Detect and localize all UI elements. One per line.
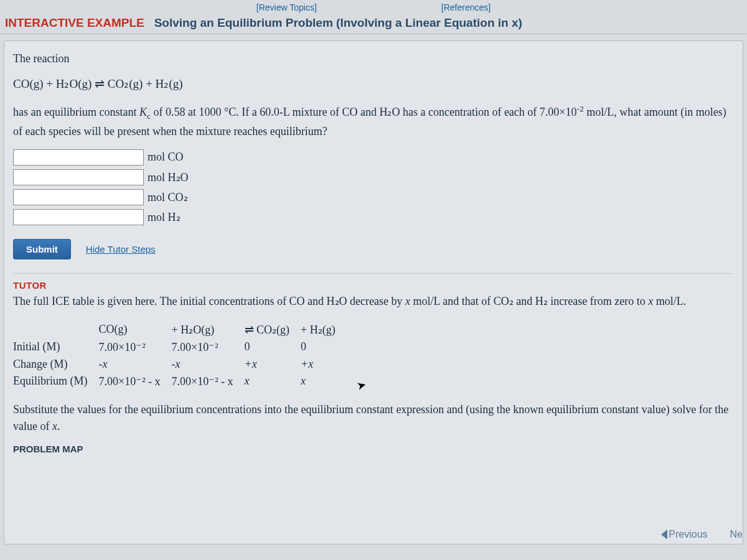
reaction-equation: CO(g) + H₂O(g) ⇌ CO₂(g) + H₂(g) (13, 77, 734, 91)
nav-footer: Previous Ne (661, 529, 743, 540)
ice-row-initial: Initial (M) 7.00×10⁻² 7.00×10⁻² 0 0 (13, 338, 347, 356)
problem-intro: The reaction (13, 50, 734, 68)
ice-col-h2: + H₂(g) (301, 321, 347, 338)
input-row-h2: mol H₂ (13, 209, 734, 225)
ice-col-h2o: + H₂O(g) (172, 321, 245, 338)
problem-map-header: PROBLEM MAP (13, 444, 734, 454)
input-mol-h2[interactable] (13, 209, 144, 225)
input-mol-co[interactable] (13, 149, 144, 166)
ice-table: CO(g) + H₂O(g) ⇌ CO₂(g) + H₂(g) Initial … (13, 321, 347, 390)
input-mol-h2o[interactable] (13, 169, 144, 185)
input-row-co: mol CO (13, 149, 734, 166)
ice-col-co2: ⇌ CO₂(g) (245, 321, 301, 338)
ice-header-row: CO(g) + H₂O(g) ⇌ CO₂(g) + H₂(g) (13, 321, 347, 338)
input-row-h2o: mol H₂O (13, 169, 734, 185)
action-row: Submit Hide Tutor Steps (13, 239, 734, 259)
label-mol-co: mol CO (148, 151, 184, 164)
main-panel: The reaction CO(g) + H₂O(g) ⇌ CO₂(g) + H… (4, 40, 743, 544)
top-links-bar: [Review Topics] [References] (0, 0, 747, 14)
label-mol-h2: mol H₂ (148, 210, 181, 224)
review-topics-link[interactable]: [Review Topics] (256, 2, 317, 12)
tutor-substitute: Substitute the values for the equilibriu… (13, 401, 734, 435)
title-main: Solving an Equilibrium Problem (Involvin… (154, 16, 522, 29)
submit-button[interactable]: Submit (13, 239, 71, 259)
tutor-panel: TUTOR The full ICE table is given here. … (13, 273, 734, 454)
ice-row-equilibrium: Equilibrium (M) 7.00×10⁻² - x 7.00×10⁻² … (13, 373, 347, 390)
ice-row-change: Change (M) -x -x +x +x (13, 356, 347, 373)
tutor-header: TUTOR (13, 280, 734, 291)
input-mol-co2[interactable] (13, 189, 144, 205)
chevron-left-icon (661, 530, 667, 539)
input-row-co2: mol CO₂ (13, 189, 734, 205)
references-link[interactable]: [References] (441, 2, 491, 12)
hide-tutor-link[interactable]: Hide Tutor Steps (86, 244, 156, 254)
title-bar: INTERACTIVE EXAMPLE Solving an Equilibri… (0, 14, 747, 34)
label-mol-co2: mol CO₂ (148, 190, 188, 204)
previous-button[interactable]: Previous (661, 529, 707, 540)
label-mol-h2o: mol H₂O (148, 170, 189, 184)
problem-body: has an equilibrium constant Kc of 0.58 a… (13, 102, 734, 141)
title-prefix: INTERACTIVE EXAMPLE (5, 16, 144, 29)
next-button[interactable]: Ne (730, 529, 743, 540)
ice-col-co: CO(g) (99, 321, 172, 338)
tutor-text: The full ICE table is given here. The in… (13, 293, 734, 310)
